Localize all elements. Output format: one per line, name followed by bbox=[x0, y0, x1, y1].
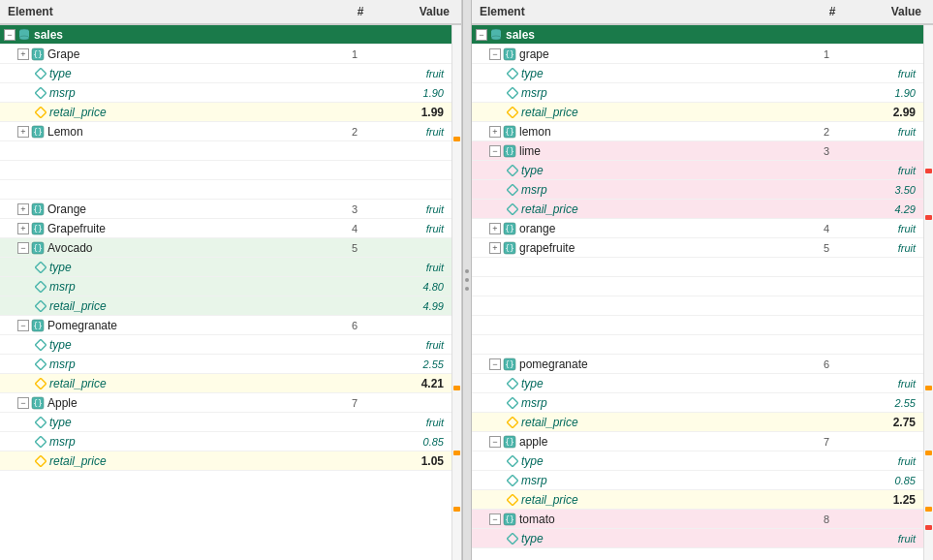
collapse-icon[interactable]: − bbox=[476, 29, 487, 41]
object-icon: {} bbox=[31, 202, 45, 216]
table-row: typefruit bbox=[0, 335, 451, 355]
value-cell: 0.85 bbox=[846, 475, 923, 486]
expand-icon[interactable]: + bbox=[489, 223, 501, 234]
hash-cell: 7 bbox=[335, 397, 374, 409]
svg-text:{}: {} bbox=[33, 399, 43, 408]
table-row: msrp1.90 bbox=[0, 83, 451, 103]
property-icon bbox=[35, 262, 47, 273]
scroll-marker bbox=[925, 386, 932, 390]
expand-icon[interactable]: + bbox=[17, 126, 29, 138]
expand-icon[interactable]: + bbox=[17, 223, 29, 234]
svg-text:{}: {} bbox=[33, 322, 43, 330]
table-row: msrp4.80 bbox=[0, 277, 451, 296]
svg-text:{}: {} bbox=[505, 50, 514, 59]
property-icon bbox=[35, 107, 47, 118]
table-row[interactable]: −{}Avocado5 bbox=[0, 238, 451, 258]
table-row[interactable]: +{}Grape1 bbox=[0, 45, 451, 64]
right-scroll-markers bbox=[923, 25, 933, 560]
table-row[interactable]: −sales bbox=[472, 25, 923, 45]
value-cell: fruit bbox=[374, 417, 451, 428]
left-scroll-markers bbox=[451, 25, 461, 560]
collapse-icon[interactable]: − bbox=[17, 397, 29, 409]
element-cell: retail_price bbox=[0, 298, 335, 314]
property-label: retail_price bbox=[521, 493, 578, 507]
table-row[interactable]: +{}Orange3fruit bbox=[0, 200, 451, 219]
table-row[interactable]: −sales bbox=[0, 25, 451, 45]
table-row[interactable]: +{}grapefruite5fruit bbox=[472, 238, 923, 258]
element-cell: +{}grapefruite bbox=[472, 240, 807, 256]
property-icon bbox=[507, 533, 518, 544]
property-icon bbox=[507, 475, 518, 486]
expand-icon[interactable]: + bbox=[17, 48, 29, 60]
table-row: msrp2.55 bbox=[0, 355, 451, 374]
row-label: Pomegranate bbox=[47, 319, 117, 332]
element-cell: +{}Lemon bbox=[0, 124, 335, 140]
element-cell: retail_price bbox=[0, 453, 335, 469]
value-cell: fruit bbox=[846, 165, 923, 176]
expand-icon[interactable]: + bbox=[489, 126, 501, 138]
table-row[interactable]: +{}Lemon2fruit bbox=[0, 122, 451, 141]
left-element-header: Element bbox=[4, 2, 341, 21]
row-label: sales bbox=[506, 28, 535, 42]
collapse-icon[interactable]: − bbox=[17, 320, 29, 331]
property-label: type bbox=[49, 261, 72, 274]
table-row[interactable]: −{}apple7 bbox=[472, 432, 923, 451]
collapse-icon[interactable]: − bbox=[4, 29, 16, 41]
property-label: msrp bbox=[49, 435, 76, 449]
property-icon bbox=[35, 281, 47, 293]
svg-rect-55 bbox=[507, 455, 517, 466]
scroll-marker bbox=[453, 507, 460, 512]
hash-cell: 4 bbox=[807, 223, 846, 234]
table-row: retail_price2.75 bbox=[472, 413, 923, 432]
property-label: msrp bbox=[521, 183, 547, 197]
object-icon: {} bbox=[31, 47, 45, 61]
property-icon bbox=[35, 339, 47, 351]
table-row[interactable]: −{}Pomegranate6 bbox=[0, 316, 451, 335]
collapse-icon[interactable]: − bbox=[489, 145, 501, 157]
property-label: type bbox=[521, 67, 544, 80]
collapse-icon[interactable]: − bbox=[489, 513, 501, 525]
scroll-marker bbox=[453, 386, 460, 390]
svg-rect-56 bbox=[507, 475, 517, 485]
object-icon: {} bbox=[503, 358, 516, 371]
svg-rect-57 bbox=[507, 494, 517, 505]
table-row: retail_price1.05 bbox=[0, 451, 451, 471]
svg-rect-51 bbox=[507, 397, 517, 408]
collapse-icon[interactable]: − bbox=[489, 436, 501, 448]
table-row[interactable]: −{}tomato8 bbox=[472, 510, 923, 529]
svg-text:{}: {} bbox=[33, 225, 43, 233]
expand-icon[interactable]: + bbox=[17, 203, 29, 215]
element-cell: −{}pomegranate bbox=[472, 357, 807, 372]
property-icon bbox=[507, 455, 518, 467]
element-cell: type bbox=[0, 66, 335, 81]
table-row: typefruit bbox=[472, 64, 923, 83]
panel-divider[interactable] bbox=[462, 0, 472, 560]
table-row[interactable]: +{}lemon2fruit bbox=[472, 122, 923, 141]
table-row[interactable]: −{}grape1 bbox=[472, 45, 923, 64]
collapse-icon[interactable]: − bbox=[489, 48, 501, 60]
property-icon bbox=[35, 417, 47, 428]
collapse-icon[interactable]: − bbox=[17, 242, 29, 254]
table-row[interactable]: −{}pomegranate6 bbox=[472, 355, 923, 374]
hash-cell: 2 bbox=[807, 126, 846, 138]
collapse-icon[interactable]: − bbox=[489, 358, 501, 370]
right-panel-body[interactable]: −sales−{}grape1typefruitmsrp1.90retail_p… bbox=[472, 25, 933, 560]
element-cell: retail_price bbox=[472, 415, 807, 430]
svg-text:{}: {} bbox=[505, 244, 514, 253]
property-icon bbox=[507, 203, 518, 215]
table-row[interactable]: −{}lime3 bbox=[472, 141, 923, 161]
table-row: typefruit bbox=[472, 374, 923, 393]
element-cell: msrp bbox=[0, 279, 335, 295]
table-row[interactable]: +{}orange4fruit bbox=[472, 219, 923, 238]
table-row[interactable]: −{}Apple7 bbox=[0, 393, 451, 413]
element-cell: type bbox=[0, 415, 335, 430]
value-cell: fruit bbox=[374, 339, 451, 351]
element-cell: type bbox=[0, 260, 335, 275]
expand-icon[interactable]: + bbox=[489, 242, 501, 254]
value-cell: fruit bbox=[374, 262, 451, 273]
value-cell: 2.55 bbox=[374, 358, 451, 370]
svg-rect-7 bbox=[35, 107, 46, 117]
svg-text:{}: {} bbox=[33, 50, 43, 59]
left-panel-body[interactable]: −sales+{}Grape1typefruitmsrp1.90retail_p… bbox=[0, 25, 461, 560]
table-row[interactable]: +{}Grapefruite4fruit bbox=[0, 219, 451, 238]
